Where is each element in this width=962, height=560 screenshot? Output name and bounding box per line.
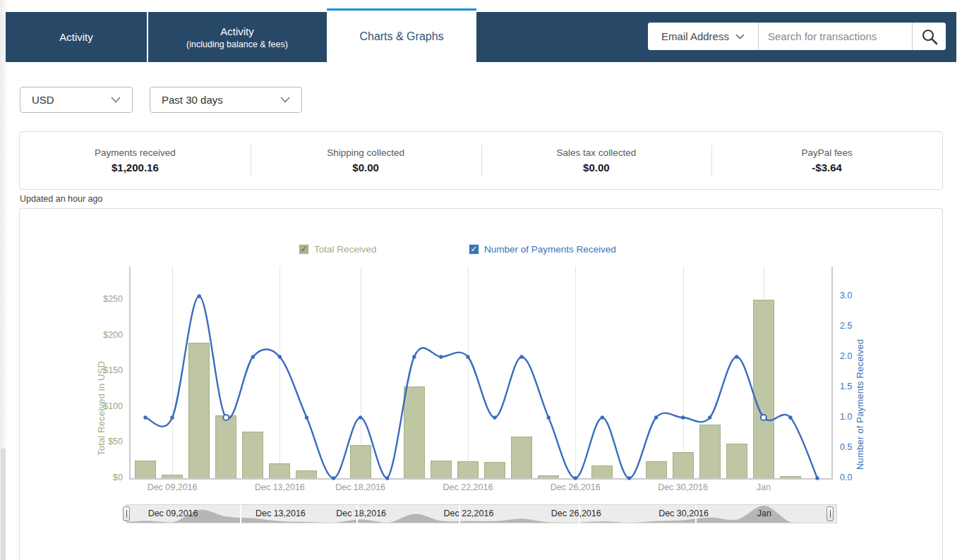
left-axis-tick: $50 — [93, 437, 123, 446]
line-data-point[interactable] — [332, 476, 335, 480]
right-axis-tick: 3.0 — [840, 291, 852, 300]
line-data-point[interactable] — [305, 415, 308, 419]
right-axis-tick: 0.5 — [840, 442, 852, 452]
line-data-point[interactable] — [627, 476, 631, 480]
tab-charts-graphs[interactable]: Charts & Graphs — [327, 8, 476, 62]
bar-total-received[interactable] — [538, 475, 559, 478]
updated-timestamp: Updated an hour ago — [20, 194, 102, 204]
line-data-point[interactable] — [197, 294, 200, 298]
bar-total-received[interactable] — [673, 452, 694, 478]
line-data-point[interactable] — [815, 476, 819, 480]
search-category-select[interactable]: Email Address — [648, 23, 759, 50]
line-data-point[interactable] — [519, 355, 523, 358]
chevron-down-icon — [111, 97, 121, 103]
stat-sales-tax: Sales tax collected $0.00 — [481, 132, 712, 189]
stat-label: Sales tax collected — [557, 147, 637, 158]
x-axis-tick: Dec 26,2016 — [541, 482, 609, 492]
bar-total-received[interactable] — [484, 462, 505, 478]
brush-tick-label: Dec 26,2016 — [537, 509, 615, 518]
chevron-down-icon — [735, 34, 745, 39]
stat-label: Payments received — [95, 147, 176, 158]
bar-total-received[interactable] — [135, 461, 156, 478]
stat-value: $0.00 — [352, 162, 379, 174]
line-data-point[interactable] — [735, 355, 738, 358]
x-axis-tick: Dec 22,2016 — [434, 482, 502, 492]
gridline — [575, 267, 576, 478]
bar-total-received[interactable] — [780, 476, 801, 478]
brush-tick-label: Jan — [726, 509, 803, 518]
bar-total-received[interactable] — [646, 461, 667, 478]
stat-shipping-collected: Shipping collected $0.00 — [251, 132, 481, 189]
line-data-point[interactable] — [788, 415, 792, 419]
bar-total-received[interactable] — [457, 461, 479, 478]
line-data-point[interactable] — [547, 415, 551, 419]
brush-tick-label: Dec 09,2016 — [134, 509, 212, 518]
line-data-point[interactable] — [654, 415, 658, 419]
x-axis-tick: Dec 09,2016 — [138, 482, 206, 492]
stat-value: $0.00 — [583, 162, 610, 174]
bar-total-received[interactable] — [242, 432, 263, 478]
brush-handle-right[interactable] — [826, 506, 834, 521]
stat-label: PayPal fees — [802, 147, 853, 158]
line-data-point[interactable] — [143, 415, 147, 419]
bar-total-received[interactable] — [753, 300, 774, 478]
currency-value: USD — [32, 94, 54, 106]
right-axis-tick: 2.0 — [840, 351, 852, 361]
bar-total-received[interactable] — [215, 415, 236, 478]
line-data-point[interactable] — [493, 415, 496, 419]
stat-payments-received: Payments received $1,200.16 — [20, 132, 251, 189]
gridline — [468, 267, 469, 478]
tab-divider — [147, 12, 148, 62]
search-group: Email Address — [648, 23, 946, 50]
currency-select[interactable]: USD — [20, 87, 133, 113]
left-axis-tick: $0 — [93, 473, 123, 482]
bar-total-received[interactable] — [699, 425, 721, 478]
chevron-down-icon — [280, 97, 290, 103]
bar-total-received[interactable] — [296, 470, 317, 478]
brush-handle-left[interactable] — [123, 506, 130, 521]
tab-activity[interactable]: Activity — [6, 12, 147, 62]
tab-activity-label: Activity — [59, 31, 93, 43]
x-axis-tick: Dec 18,2016 — [327, 482, 395, 492]
search-category-value: Email Address — [661, 30, 729, 42]
tab-activity2-sublabel: (including balance & fees) — [186, 39, 288, 49]
brush-slider[interactable]: Dec 09,2016Dec 13,2016Dec 18,2016Dec 22,… — [126, 504, 837, 523]
stat-value: -$3.64 — [812, 162, 842, 174]
page: Activity Activity (including balance & f… — [0, 0, 962, 560]
chart-card: ✓ Total Received ✓ Number of Payments Re… — [19, 208, 943, 560]
bar-total-received[interactable] — [162, 475, 183, 478]
line-data-point[interactable] — [601, 415, 604, 419]
date-range-select[interactable]: Past 30 days — [150, 87, 302, 113]
brush-tick-label: Dec 13,2016 — [241, 509, 319, 518]
x-axis-tick: Jan — [730, 482, 798, 492]
tab-activity2-label: Activity — [220, 25, 254, 37]
line-data-point[interactable] — [385, 476, 389, 480]
right-axis-tick: 1.0 — [840, 412, 852, 422]
bar-total-received[interactable] — [350, 445, 371, 478]
tab-activity-balance-fees[interactable]: Activity (including balance & fees) — [148, 12, 326, 62]
stat-paypal-fees: PayPal fees -$3.64 — [711, 132, 942, 189]
bar-total-received[interactable] — [726, 444, 747, 478]
bar-total-received[interactable] — [188, 343, 210, 478]
line-data-point[interactable] — [439, 355, 443, 358]
line-data-point[interactable] — [708, 415, 711, 419]
search-button[interactable] — [912, 23, 946, 50]
line-data-point[interactable] — [251, 355, 255, 358]
page-scrollbar[interactable] — [0, 0, 6, 560]
gridline — [279, 267, 280, 478]
bar-total-received[interactable] — [404, 386, 425, 478]
bar-total-received[interactable] — [511, 437, 532, 478]
left-axis-tick: $150 — [93, 365, 123, 375]
line-data-point[interactable] — [412, 355, 416, 358]
scrollbar-thumb[interactable] — [1, 449, 6, 560]
bar-total-received[interactable] — [269, 463, 290, 478]
right-axis-tick: 1.5 — [840, 382, 852, 391]
search-icon — [920, 28, 939, 46]
search-input[interactable] — [759, 23, 912, 50]
stat-value: $1,200.16 — [112, 162, 159, 174]
bar-total-received[interactable] — [431, 461, 452, 478]
bar-total-received[interactable] — [591, 465, 613, 478]
tab-bar: Activity Activity (including balance & f… — [6, 12, 956, 62]
summary-card: Payments received $1,200.16 Shipping col… — [19, 131, 943, 190]
x-axis-tick: Dec 30,2016 — [649, 482, 717, 492]
